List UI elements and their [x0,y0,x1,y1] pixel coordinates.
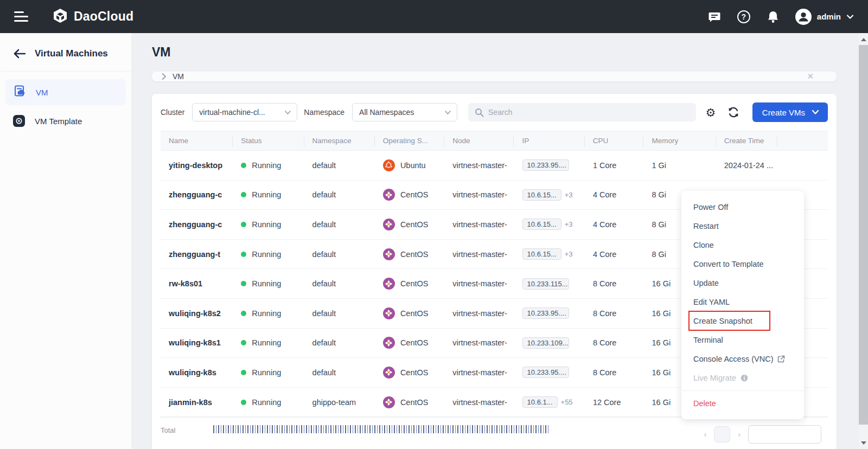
os-label: CentOS [400,220,429,229]
ip-chip[interactable]: 10.233.115... [522,278,569,290]
chevron-right-icon[interactable] [161,73,167,80]
ip-chip[interactable]: 10.6.15... [522,189,561,201]
context-menu-item[interactable]: Convert to Template [681,254,804,273]
column-header-os[interactable]: Operating S... [375,135,444,146]
ip-chip[interactable]: 10.6.15... [522,219,561,230]
os-icon [383,307,395,319]
close-icon[interactable] [807,72,814,81]
context-menu-item[interactable]: Edit YAML [681,292,804,311]
running-status-dot [241,400,246,405]
vm-namespace: default [304,338,375,347]
context-menu-item[interactable]: Console Access (VNC) [681,349,804,368]
vm-name[interactable]: wuliqing-k8s2 [161,309,233,318]
pagination: ‹ › [704,425,828,444]
notification-bell-icon[interactable] [766,10,780,24]
create-vms-button[interactable]: Create VMs [752,102,828,122]
os-icon [383,189,395,201]
context-menu-item[interactable]: Delete [681,390,804,413]
context-menu-item[interactable]: Power Off [681,197,804,216]
status-label: Running [252,368,281,377]
column-header-ip[interactable]: IP [514,135,584,146]
ip-chip[interactable]: 10.233.95.... [522,367,569,378]
os-label: CentOS [400,368,429,377]
context-menu-item[interactable]: Restart [681,216,804,235]
sidebar-item-vm[interactable]: VM [5,79,126,105]
os-icon [383,248,395,260]
scroll-down-icon[interactable] [859,438,868,447]
ip-chip[interactable]: 10.233.95.... [522,159,569,171]
namespace-select[interactable]: All Namespaces [352,103,457,121]
column-header-memory[interactable]: Memory [643,135,716,146]
sidebar-item-label: VM Template [35,117,82,126]
cluster-select[interactable]: virtual-machine-cl... [192,103,297,121]
message-icon[interactable] [707,10,722,24]
hamburger-menu-icon[interactable] [14,11,28,22]
ip-extra-count[interactable]: +3 [565,220,573,228]
vm-name[interactable]: wuliqing-k8s [161,368,233,377]
prev-page-icon[interactable]: ‹ [704,430,707,439]
vertical-scrollbar[interactable] [859,33,868,449]
row-context-menu: Power Off Restart Clone [681,191,804,419]
ip-chip[interactable]: 10.233.95.... [522,307,569,319]
ip-extra-count[interactable]: +55 [561,398,573,406]
brand-logo[interactable]: DaoCloud [52,8,133,26]
vm-ip: 10.6.15... +3 [514,248,585,260]
page-size-select[interactable] [748,425,821,444]
context-menu-item[interactable]: Terminal [681,330,804,349]
vm-name[interactable]: zhengguang-t [161,250,233,259]
vm-name[interactable]: jianmin-k8s [161,398,233,407]
chevron-down-icon [812,110,819,115]
context-menu-item[interactable]: Update [681,273,804,292]
vm-status: Running [233,250,304,259]
table-row[interactable]: yiting-desktop Running default Ubuntu vi… [161,151,828,181]
vm-name[interactable]: rw-k8s01 [161,279,233,288]
breadcrumb-item[interactable]: VM [173,72,184,81]
vm-cpu: 1 Core [585,161,644,170]
vm-status: Running [233,309,304,318]
ip-extra-count[interactable]: +3 [565,250,573,258]
vm-name[interactable]: wuliqing-k8s1 [161,338,233,347]
vm-name[interactable]: yiting-desktop [161,161,233,170]
sidebar-title: Virtual Machines [35,48,108,59]
scrollbar-thumb[interactable] [859,45,868,425]
vm-node: virtnest-master- [444,250,514,259]
settings-gear-icon[interactable] [703,104,719,120]
refresh-icon[interactable] [725,104,742,120]
vm-name[interactable]: zhengguang-c [161,220,233,229]
context-menu-item[interactable]: Clone [681,235,804,254]
vm-status: Running [233,190,304,199]
status-label: Running [252,279,281,288]
status-label: Running [252,309,281,318]
vm-name[interactable]: zhengguang-c [161,190,233,199]
search-box [468,103,696,121]
search-input[interactable] [488,108,690,117]
scroll-up-icon[interactable] [859,35,868,44]
ip-chip[interactable]: 10.6.1... [522,396,558,408]
column-header-status[interactable]: Status [233,135,304,146]
vm-create-time: 2024-01-24 ... [716,161,778,170]
ip-extra-count[interactable]: +3 [565,191,573,199]
next-page-icon[interactable]: › [738,430,741,439]
os-icon [383,337,395,349]
sidebar-item-vm-template[interactable]: VM Template [5,110,126,132]
column-header-cpu[interactable]: CPU [585,135,644,146]
vm-ip: 10.6.1... +55 [514,396,585,408]
column-header-name[interactable]: Name [161,135,233,146]
column-header-namespace[interactable]: Namespace [304,135,375,146]
status-label: Running [252,398,281,407]
total-label: Total [161,425,175,434]
vm-cpu: 4 Core [585,220,644,229]
cluster-label: Cluster [161,108,184,117]
column-header-create-time[interactable]: Create Time [716,135,778,146]
ip-chip[interactable]: 10.6.15... [522,248,561,260]
column-header-node[interactable]: Node [444,135,514,146]
ip-chip[interactable]: 10.233.109... [522,337,569,349]
context-menu-item[interactable]: Create Snapshot [681,311,804,330]
user-menu[interactable]: admin [795,9,854,25]
sidebar-back[interactable]: Virtual Machines [1,33,130,72]
context-menu-item[interactable]: Live Migrate [681,368,804,387]
help-icon[interactable] [737,10,751,24]
current-page[interactable] [714,426,730,442]
vm-ip: 10.6.15... +3 [514,219,585,230]
vm-os: CentOS [375,189,444,201]
